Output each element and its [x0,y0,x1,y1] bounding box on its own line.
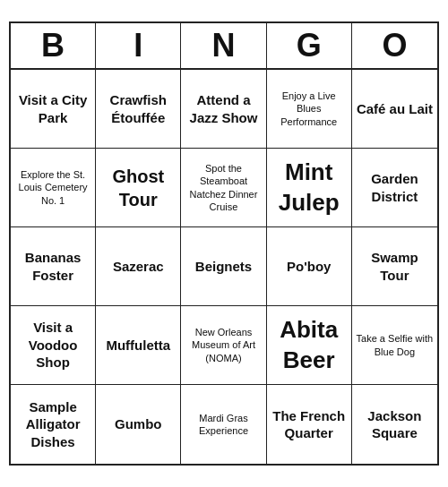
cell-text-2: Crawfish Étouffée [99,91,177,126]
bingo-cell-4[interactable]: Enjoy a Live Blues Performance [267,70,352,149]
cell-text-25: Jackson Square [356,407,434,442]
cell-text-12: Sazerac [113,258,164,276]
cell-text-10: Garden District [356,170,434,205]
bingo-card: BINGO Visit a City ParkCrawfish Étouffée… [9,21,439,466]
bingo-cell-11[interactable]: Bananas Foster [11,227,96,306]
cell-text-16: Visit a Voodoo Shop [14,319,91,372]
bingo-cell-2[interactable]: Crawfish Étouffée [96,70,181,149]
bingo-cell-1[interactable]: Visit a City Park [11,70,96,149]
bingo-cell-3[interactable]: Attend a Jazz Show [181,70,266,149]
bingo-cell-25[interactable]: Jackson Square [352,385,437,464]
cell-text-14: Po'boy [287,258,331,276]
bingo-letter-b: B [11,23,96,68]
bingo-letter-o: O [352,23,437,68]
bingo-cell-21[interactable]: Sample Alligator Dishes [11,385,96,464]
bingo-letter-n: N [181,23,266,68]
bingo-cell-7[interactable]: Ghost Tour [96,149,181,227]
bingo-letter-i: I [96,23,181,68]
bingo-cell-16[interactable]: Visit a Voodoo Shop [11,306,96,385]
bingo-cell-14[interactable]: Po'boy [267,227,352,306]
cell-text-11: Bananas Foster [14,249,91,284]
bingo-cell-10[interactable]: Garden District [352,149,437,227]
bingo-cell-8[interactable]: Spot the Steamboat Natchez Dinner Cruise [181,149,266,227]
cell-text-20: Take a Selfie with Blue Dog [356,332,434,358]
cell-text-23: Mardi Gras Experience [185,412,262,438]
bingo-cell-15[interactable]: Swamp Tour [352,227,437,306]
bingo-cell-12[interactable]: Sazerac [96,227,181,306]
bingo-cell-22[interactable]: Gumbo [96,385,181,464]
cell-text-15: Swamp Tour [356,249,434,284]
bingo-cell-20[interactable]: Take a Selfie with Blue Dog [352,306,437,385]
cell-text-7: Ghost Tour [99,165,177,211]
cell-text-9: Mint Julep [271,158,348,218]
bingo-cell-18[interactable]: New Orleans Museum of Art (NOMA) [181,306,266,385]
cell-text-6: Explore the St. Louis Cemetery No. 1 [14,168,91,207]
bingo-grid: Visit a City ParkCrawfish ÉtoufféeAttend… [11,70,437,464]
cell-text-21: Sample Alligator Dishes [14,398,91,451]
bingo-cell-5[interactable]: Café au Lait [352,70,437,149]
bingo-cell-17[interactable]: Muffuletta [96,306,181,385]
cell-text-18: New Orleans Museum of Art (NOMA) [185,326,262,364]
cell-text-17: Muffuletta [106,337,170,355]
bingo-cell-13[interactable]: Beignets [181,227,266,306]
bingo-cell-9[interactable]: Mint Julep [267,149,352,227]
cell-text-4: Enjoy a Live Blues Performance [271,90,348,128]
cell-text-22: Gumbo [115,415,162,433]
bingo-cell-19[interactable]: Abita Beer [267,306,352,385]
cell-text-8: Spot the Steamboat Natchez Dinner Cruise [185,162,262,213]
cell-text-13: Beignets [195,258,252,276]
cell-text-24: The French Quarter [271,407,348,442]
bingo-cell-6[interactable]: Explore the St. Louis Cemetery No. 1 [11,149,96,227]
cell-text-19: Abita Beer [271,315,348,376]
bingo-cell-23[interactable]: Mardi Gras Experience [181,385,266,464]
cell-text-5: Café au Lait [357,100,433,118]
cell-text-3: Attend a Jazz Show [185,91,262,126]
cell-text-1: Visit a City Park [14,91,91,126]
bingo-letter-g: G [267,23,352,68]
bingo-header: BINGO [11,23,437,70]
bingo-cell-24[interactable]: The French Quarter [267,385,352,464]
